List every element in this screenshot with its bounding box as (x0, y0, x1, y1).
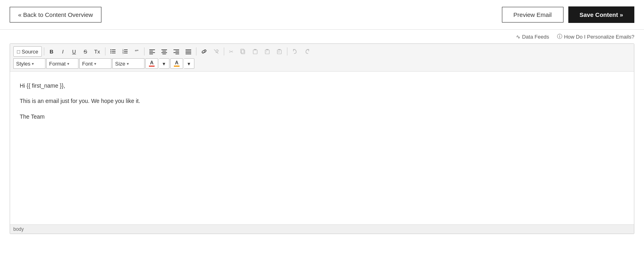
toolbar-row-1: □ Source B I U S Tx 1. (13, 46, 631, 57)
format-dropdown[interactable]: Format ▾ (46, 58, 78, 69)
italic-button[interactable]: I (58, 46, 68, 57)
font-color-dropdown-arrow[interactable]: ▾ (159, 58, 169, 69)
justify-button[interactable] (183, 46, 194, 57)
paste-text-button[interactable]: T (262, 46, 273, 57)
styles-label: Styles (16, 61, 30, 67)
unlink-button[interactable] (211, 46, 222, 57)
blockquote-button[interactable]: “” (132, 46, 142, 57)
header-right: Preview Email Save Content » (502, 6, 634, 23)
align-right-button[interactable] (171, 46, 182, 57)
svg-rect-26 (186, 52, 191, 53)
copy-button[interactable] (237, 46, 249, 57)
size-dropdown[interactable]: Size ▾ (112, 58, 144, 69)
align-left-icon (149, 49, 155, 54)
font-arrow-icon: ▾ (94, 62, 96, 66)
save-content-button[interactable]: Save Content » (568, 6, 634, 23)
styles-dropdown[interactable]: Styles ▾ (13, 58, 45, 69)
toolbar-separator-4 (196, 47, 196, 55)
svg-rect-19 (162, 54, 166, 55)
svg-point-1 (110, 49, 111, 50)
email-greeting: Hi {{ first_name }}, (20, 81, 624, 90)
bold-button[interactable]: B (46, 46, 57, 57)
svg-rect-21 (175, 51, 179, 52)
svg-rect-14 (149, 52, 155, 53)
rss-icon: ∿ (516, 34, 520, 40)
strikethrough-button[interactable]: S (80, 46, 91, 57)
editor-toolbar: □ Source B I U S Tx 1. (10, 44, 634, 72)
unordered-list-button[interactable] (107, 46, 119, 57)
ordered-list-icon: 1. 2. 3. (122, 49, 128, 54)
svg-rect-20 (173, 49, 179, 50)
preview-email-button[interactable]: Preview Email (502, 7, 564, 23)
paste-text-icon: T (264, 49, 270, 54)
data-feeds-link[interactable]: ∿ Data Feeds (516, 34, 549, 40)
data-feeds-label: Data Feeds (522, 34, 549, 40)
font-dropdown[interactable]: Font ▾ (79, 58, 111, 69)
justify-icon (186, 49, 191, 54)
svg-rect-16 (161, 49, 167, 50)
insert-link-button[interactable] (198, 46, 210, 57)
ordered-list-button[interactable]: 1. 2. 3. (120, 46, 131, 57)
font-color-indicator (149, 66, 155, 67)
copy-icon (240, 49, 246, 54)
toolbar-separator-3 (144, 47, 144, 55)
source-button[interactable]: □ Source (13, 46, 42, 57)
svg-text:3.: 3. (122, 52, 124, 54)
bg-color-letter: A (175, 60, 179, 65)
align-left-button[interactable] (147, 46, 158, 57)
align-right-icon (173, 49, 179, 54)
undo-button[interactable] (289, 46, 301, 57)
svg-rect-17 (162, 51, 166, 52)
toolbar-separator-2 (105, 47, 105, 55)
back-to-content-button[interactable]: « Back to Content Overview (10, 7, 101, 23)
svg-text:T: T (266, 51, 267, 53)
align-center-icon (161, 49, 167, 54)
personalize-emails-label: How Do I Personalize Emails? (564, 34, 634, 40)
sub-header: ∿ Data Feeds ⓘ How Do I Personalize Emai… (0, 30, 644, 43)
email-signature: The Team (20, 112, 624, 121)
underline-button[interactable]: U (69, 46, 79, 57)
editor-statusbar: body (10, 224, 634, 234)
svg-point-3 (110, 51, 111, 52)
format-label: Format (49, 61, 66, 67)
svg-point-5 (110, 53, 111, 53)
redo-button[interactable] (301, 46, 313, 57)
header-left: « Back to Content Overview (10, 7, 101, 23)
svg-rect-9 (124, 51, 128, 52)
svg-rect-22 (173, 52, 179, 53)
svg-rect-23 (175, 54, 179, 55)
bg-color-indicator (174, 66, 180, 67)
svg-rect-7 (124, 49, 128, 50)
svg-rect-11 (124, 53, 128, 53)
cut-button[interactable]: ✂ (226, 46, 237, 57)
align-center-button[interactable] (159, 46, 170, 57)
toolbar-separator-5 (224, 47, 224, 55)
bg-color-dropdown-arrow[interactable]: ▾ (184, 58, 194, 69)
size-label: Size (115, 61, 125, 67)
bg-color-button[interactable]: A (170, 58, 183, 69)
personalize-emails-link[interactable]: ⓘ How Do I Personalize Emails? (557, 33, 634, 40)
editor-container: □ Source B I U S Tx 1. (10, 43, 634, 234)
styles-arrow-icon: ▾ (32, 62, 34, 66)
paste-word-button[interactable]: W (274, 46, 285, 57)
svg-rect-34 (266, 49, 268, 50)
svg-rect-24 (186, 49, 191, 50)
svg-rect-13 (149, 51, 153, 52)
font-color-letter: A (150, 60, 154, 65)
font-color-button[interactable]: A (145, 58, 158, 69)
paste-button[interactable] (250, 46, 261, 57)
clear-format-button[interactable]: Tx (91, 46, 103, 57)
toolbar-row-2: Styles ▾ Format ▾ Font ▾ Size ▾ A ▾ (13, 58, 631, 69)
current-element-label: body (13, 226, 24, 232)
size-arrow-icon: ▾ (127, 62, 129, 66)
redo-icon (304, 49, 310, 54)
svg-rect-32 (254, 49, 256, 50)
toolbar-separator-6 (287, 47, 287, 55)
svg-rect-18 (161, 52, 167, 53)
editor-content-area[interactable]: Hi {{ first_name }}, This is an email ju… (10, 72, 634, 224)
svg-rect-0 (112, 49, 116, 50)
page-header: « Back to Content Overview Preview Email… (0, 0, 644, 30)
svg-rect-37 (278, 49, 281, 50)
svg-text:W: W (278, 51, 280, 53)
paste-icon (252, 49, 258, 54)
